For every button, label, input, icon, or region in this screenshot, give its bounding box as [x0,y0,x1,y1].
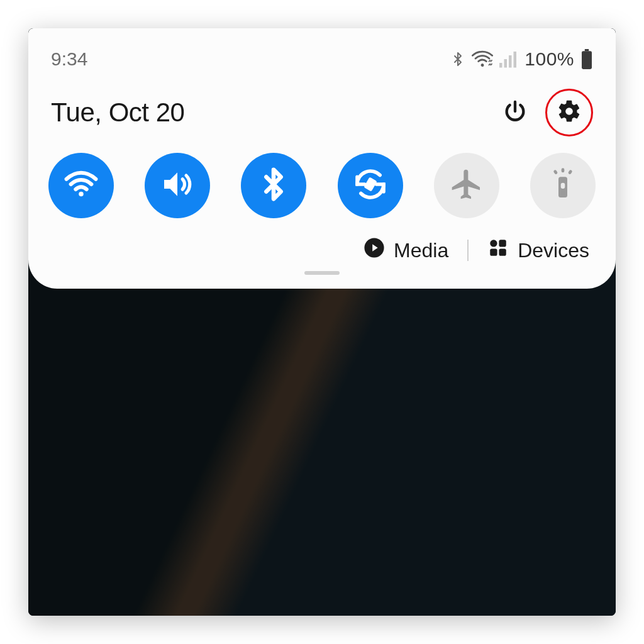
devices-button[interactable]: Devices [487,237,589,264]
battery-percentage: 100% [525,48,574,70]
divider [467,240,469,261]
svg-rect-0 [499,63,502,68]
svg-point-6 [79,192,83,196]
power-button[interactable] [497,95,533,130]
svg-rect-3 [514,52,517,68]
toggle-bluetooth[interactable] [241,153,306,218]
toggle-airplane[interactable] [434,153,499,218]
settings-highlight [545,89,593,136]
svg-rect-5 [582,51,592,69]
bluetooth-icon [450,50,465,69]
wifi-icon [472,50,493,69]
status-bar: 9:34 [51,45,593,74]
svg-rect-18 [499,248,506,255]
status-time: 9:34 [51,48,87,70]
status-icons: 100% [450,48,593,70]
notification-panel: 9:34 [28,28,616,289]
date-label: Tue, Oct 20 [51,97,184,128]
flashlight-icon [545,167,580,204]
svg-rect-10 [562,168,565,172]
devices-icon [487,237,509,264]
play-icon [364,237,385,264]
svg-rect-1 [504,59,508,68]
media-label: Media [394,239,448,262]
battery-icon [580,49,593,69]
panel-drag-handle[interactable] [304,271,340,275]
media-button[interactable]: Media [364,237,448,264]
svg-rect-4 [585,49,589,51]
toggle-wifi[interactable] [48,153,114,218]
svg-rect-17 [490,248,497,255]
gear-icon [557,99,582,126]
signal-icon [499,50,518,68]
settings-button[interactable] [552,95,587,130]
svg-rect-2 [509,55,512,68]
svg-rect-12 [568,169,573,174]
power-icon [502,99,528,126]
airplane-icon [449,167,484,204]
toggle-auto-rotate[interactable] [338,153,403,218]
svg-point-15 [490,240,497,247]
bluetooth-icon [256,167,291,204]
toggle-flashlight[interactable] [530,153,596,218]
svg-rect-9 [561,183,565,189]
sound-icon [160,167,195,204]
wifi-icon [64,167,99,204]
toggle-sound[interactable] [145,153,210,218]
devices-label: Devices [518,239,589,262]
svg-rect-11 [553,169,558,174]
svg-rect-7 [364,177,377,191]
svg-rect-16 [499,240,506,247]
quick-toggles [48,153,596,218]
auto-rotate-icon [353,167,388,204]
